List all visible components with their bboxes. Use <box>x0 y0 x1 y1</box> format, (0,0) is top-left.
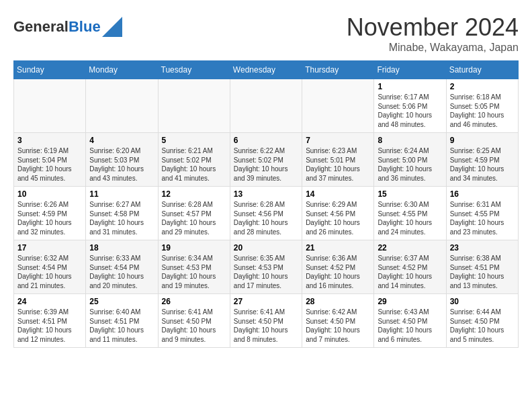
day-info: Sunrise: 6:28 AMSunset: 4:56 PMDaylight:… <box>234 200 298 236</box>
day-number: 13 <box>234 189 298 199</box>
day-number: 11 <box>89 189 154 199</box>
calendar-cell: 5Sunrise: 6:21 AMSunset: 5:02 PMDaylight… <box>158 133 230 187</box>
day-info: Sunrise: 6:43 AMSunset: 4:50 PMDaylight:… <box>378 308 442 344</box>
day-info: Sunrise: 6:32 AMSunset: 4:54 PMDaylight:… <box>17 254 82 290</box>
calendar-cell: 16Sunrise: 6:31 AMSunset: 4:55 PMDayligh… <box>446 187 518 240</box>
logo-blue: Blue <box>69 18 101 35</box>
title-section: November 2024 Minabe, Wakayama, Japan <box>347 13 519 54</box>
calendar-cell: 20Sunrise: 6:35 AMSunset: 4:53 PMDayligh… <box>230 240 302 294</box>
day-number: 19 <box>162 243 226 253</box>
calendar-header-row: SundayMondayTuesdayWednesdayThursdayFrid… <box>14 61 519 79</box>
calendar-cell: 29Sunrise: 6:43 AMSunset: 4:50 PMDayligh… <box>374 294 446 348</box>
calendar-cell: 4Sunrise: 6:20 AMSunset: 5:03 PMDaylight… <box>86 133 158 187</box>
day-info: Sunrise: 6:29 AMSunset: 4:56 PMDaylight:… <box>306 200 370 236</box>
day-info: Sunrise: 6:41 AMSunset: 4:50 PMDaylight:… <box>162 308 226 344</box>
calendar-week-row: 3Sunrise: 6:19 AMSunset: 5:04 PMDaylight… <box>14 133 519 187</box>
calendar-cell <box>230 79 302 133</box>
calendar-week-row: 1Sunrise: 6:17 AMSunset: 5:06 PMDaylight… <box>14 79 519 133</box>
day-number: 22 <box>378 243 442 253</box>
calendar-cell: 24Sunrise: 6:39 AMSunset: 4:51 PMDayligh… <box>14 294 86 348</box>
calendar-week-row: 24Sunrise: 6:39 AMSunset: 4:51 PMDayligh… <box>14 294 519 348</box>
calendar-cell: 18Sunrise: 6:33 AMSunset: 4:54 PMDayligh… <box>86 240 158 294</box>
day-info: Sunrise: 6:27 AMSunset: 4:58 PMDaylight:… <box>89 200 154 236</box>
day-number: 20 <box>234 243 298 253</box>
day-number: 26 <box>162 297 226 306</box>
calendar-cell: 9Sunrise: 6:25 AMSunset: 4:59 PMDaylight… <box>446 133 518 187</box>
calendar-cell: 10Sunrise: 6:26 AMSunset: 4:59 PMDayligh… <box>14 187 86 240</box>
calendar-cell: 7Sunrise: 6:23 AMSunset: 5:01 PMDaylight… <box>302 133 374 187</box>
day-number: 12 <box>162 189 226 199</box>
calendar-cell: 3Sunrise: 6:19 AMSunset: 5:04 PMDaylight… <box>14 133 86 187</box>
day-number: 8 <box>378 136 442 145</box>
day-info: Sunrise: 6:23 AMSunset: 5:01 PMDaylight:… <box>306 146 370 183</box>
day-number: 27 <box>234 297 298 306</box>
day-number: 6 <box>234 136 298 145</box>
day-info: Sunrise: 6:34 AMSunset: 4:53 PMDaylight:… <box>162 254 226 290</box>
day-info: Sunrise: 6:35 AMSunset: 4:53 PMDaylight:… <box>234 254 298 290</box>
calendar-cell: 1Sunrise: 6:17 AMSunset: 5:06 PMDaylight… <box>374 79 446 133</box>
weekday-header: Friday <box>374 61 446 79</box>
svg-marker-0 <box>102 17 122 37</box>
calendar-cell: 22Sunrise: 6:37 AMSunset: 4:52 PMDayligh… <box>374 240 446 294</box>
page-header: GeneralBlue November 2024 Minabe, Wakaya… <box>13 13 519 54</box>
weekday-header: Thursday <box>302 61 374 79</box>
calendar-table: SundayMondayTuesdayWednesdayThursdayFrid… <box>13 60 519 348</box>
weekday-header: Wednesday <box>230 61 302 79</box>
day-number: 28 <box>306 297 370 306</box>
calendar-title: November 2024 <box>347 13 519 42</box>
calendar-week-row: 17Sunrise: 6:32 AMSunset: 4:54 PMDayligh… <box>14 240 519 294</box>
calendar-cell: 12Sunrise: 6:28 AMSunset: 4:57 PMDayligh… <box>158 187 230 240</box>
weekday-header: Monday <box>86 61 158 79</box>
day-info: Sunrise: 6:31 AMSunset: 4:55 PMDaylight:… <box>450 200 515 236</box>
calendar-cell: 25Sunrise: 6:40 AMSunset: 4:51 PMDayligh… <box>86 294 158 348</box>
calendar-cell: 28Sunrise: 6:42 AMSunset: 4:50 PMDayligh… <box>302 294 374 348</box>
day-info: Sunrise: 6:21 AMSunset: 5:02 PMDaylight:… <box>162 146 226 183</box>
calendar-cell <box>86 79 158 133</box>
day-info: Sunrise: 6:26 AMSunset: 4:59 PMDaylight:… <box>17 200 82 236</box>
calendar-cell: 14Sunrise: 6:29 AMSunset: 4:56 PMDayligh… <box>302 187 374 240</box>
day-info: Sunrise: 6:38 AMSunset: 4:51 PMDaylight:… <box>450 254 515 290</box>
logo: GeneralBlue <box>13 17 122 37</box>
day-number: 10 <box>17 189 82 199</box>
calendar-cell: 26Sunrise: 6:41 AMSunset: 4:50 PMDayligh… <box>158 294 230 348</box>
day-number: 15 <box>378 189 442 199</box>
calendar-cell <box>302 79 374 133</box>
day-number: 14 <box>306 189 370 199</box>
day-info: Sunrise: 6:33 AMSunset: 4:54 PMDaylight:… <box>89 254 154 290</box>
calendar-cell: 23Sunrise: 6:38 AMSunset: 4:51 PMDayligh… <box>446 240 518 294</box>
calendar-cell: 11Sunrise: 6:27 AMSunset: 4:58 PMDayligh… <box>86 187 158 240</box>
day-number: 3 <box>17 136 82 145</box>
day-number: 9 <box>450 136 515 145</box>
calendar-cell <box>158 79 230 133</box>
day-info: Sunrise: 6:20 AMSunset: 5:03 PMDaylight:… <box>89 146 154 183</box>
calendar-subtitle: Minabe, Wakayama, Japan <box>347 42 519 54</box>
weekday-header: Sunday <box>14 61 86 79</box>
day-number: 18 <box>89 243 154 253</box>
day-info: Sunrise: 6:30 AMSunset: 4:55 PMDaylight:… <box>378 200 442 236</box>
weekday-header: Saturday <box>446 61 518 79</box>
day-number: 25 <box>89 297 154 306</box>
day-info: Sunrise: 6:22 AMSunset: 5:02 PMDaylight:… <box>234 146 298 183</box>
day-info: Sunrise: 6:19 AMSunset: 5:04 PMDaylight:… <box>17 146 82 183</box>
day-number: 23 <box>450 243 515 253</box>
day-info: Sunrise: 6:41 AMSunset: 4:50 PMDaylight:… <box>234 308 298 344</box>
calendar-cell: 6Sunrise: 6:22 AMSunset: 5:02 PMDaylight… <box>230 133 302 187</box>
day-info: Sunrise: 6:40 AMSunset: 4:51 PMDaylight:… <box>89 308 154 344</box>
day-info: Sunrise: 6:17 AMSunset: 5:06 PMDaylight:… <box>378 93 442 129</box>
calendar-cell: 13Sunrise: 6:28 AMSunset: 4:56 PMDayligh… <box>230 187 302 240</box>
day-info: Sunrise: 6:25 AMSunset: 4:59 PMDaylight:… <box>450 146 515 183</box>
day-info: Sunrise: 6:39 AMSunset: 4:51 PMDaylight:… <box>17 308 82 344</box>
day-info: Sunrise: 6:18 AMSunset: 5:05 PMDaylight:… <box>450 93 515 129</box>
calendar-cell: 2Sunrise: 6:18 AMSunset: 5:05 PMDaylight… <box>446 79 518 133</box>
calendar-cell: 17Sunrise: 6:32 AMSunset: 4:54 PMDayligh… <box>14 240 86 294</box>
day-info: Sunrise: 6:36 AMSunset: 4:52 PMDaylight:… <box>306 254 370 290</box>
day-number: 29 <box>378 297 442 306</box>
day-number: 4 <box>89 136 154 145</box>
day-number: 2 <box>450 82 515 91</box>
calendar-cell: 15Sunrise: 6:30 AMSunset: 4:55 PMDayligh… <box>374 187 446 240</box>
day-number: 16 <box>450 189 515 199</box>
calendar-cell: 8Sunrise: 6:24 AMSunset: 5:00 PMDaylight… <box>374 133 446 187</box>
calendar-cell: 21Sunrise: 6:36 AMSunset: 4:52 PMDayligh… <box>302 240 374 294</box>
day-number: 17 <box>17 243 82 253</box>
day-number: 21 <box>306 243 370 253</box>
